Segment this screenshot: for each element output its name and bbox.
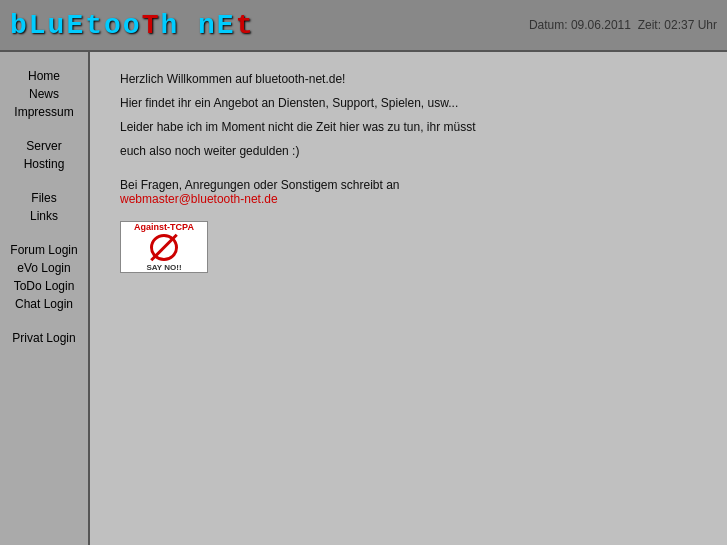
logo-text: bLuEtooTh nEt [10,10,254,41]
datetime-display: Datum: 09.06.2011 Zeit: 02:37 Uhr [529,18,717,32]
nav-group-server: Server Hosting [0,137,88,173]
nav-privat-login[interactable]: Privat Login [0,329,88,347]
main-layout: Home News Impressum Server Hosting Files… [0,52,727,545]
nav-impressum[interactable]: Impressum [0,103,88,121]
content: Herzlich Willkommen auf bluetooth-net.de… [90,52,727,545]
time-label: Zeit: 02:37 Uhr [638,18,717,32]
nav-home[interactable]: Home [0,67,88,85]
nav-group-files: Files Links [0,189,88,225]
contact-intro: Bei Fragen, Anregungen oder Sonstigem sc… [120,178,697,206]
contact-email-link[interactable]: webmaster@bluetooth-net.de [120,192,278,206]
header: bLuEtooTh nEt Datum: 09.06.2011 Zeit: 02… [0,0,727,52]
nav-forum-login[interactable]: Forum Login [0,241,88,259]
nav-news[interactable]: News [0,85,88,103]
nav-server[interactable]: Server [0,137,88,155]
contact-section: Bei Fragen, Anregungen oder Sonstigem sc… [120,178,697,206]
welcome-line3: Leider habe ich im Moment nicht die Zeit… [120,120,697,134]
nav-group-main: Home News Impressum [0,67,88,121]
badge-area: Against-TCPA SAY NO!! [120,221,697,273]
nav-todo-login[interactable]: ToDo Login [0,277,88,295]
nav-evo-login[interactable]: eVo Login [0,259,88,277]
against-tcpa-badge[interactable]: Against-TCPA SAY NO!! [120,221,208,273]
welcome-line4: euch also noch weiter gedulden :) [120,144,697,158]
badge-circle [150,234,178,261]
logo: bLuEtooTh nEt [10,10,254,41]
nav-links[interactable]: Links [0,207,88,225]
welcome-line1: Herzlich Willkommen auf bluetooth-net.de… [120,72,697,86]
sidebar: Home News Impressum Server Hosting Files… [0,52,90,545]
welcome-section: Herzlich Willkommen auf bluetooth-net.de… [120,72,697,158]
badge-top-text: Against-TCPA [134,222,194,232]
badge-bottom-text: SAY NO!! [146,263,181,272]
datetime-label: Datum: 09.06.2011 [529,18,631,32]
nav-hosting[interactable]: Hosting [0,155,88,173]
nav-group-privat: Privat Login [0,329,88,347]
nav-group-logins: Forum Login eVo Login ToDo Login Chat Lo… [0,241,88,313]
welcome-line2: Hier findet ihr ein Angebot an Diensten,… [120,96,697,110]
nav-files[interactable]: Files [0,189,88,207]
nav-chat-login[interactable]: Chat Login [0,295,88,313]
